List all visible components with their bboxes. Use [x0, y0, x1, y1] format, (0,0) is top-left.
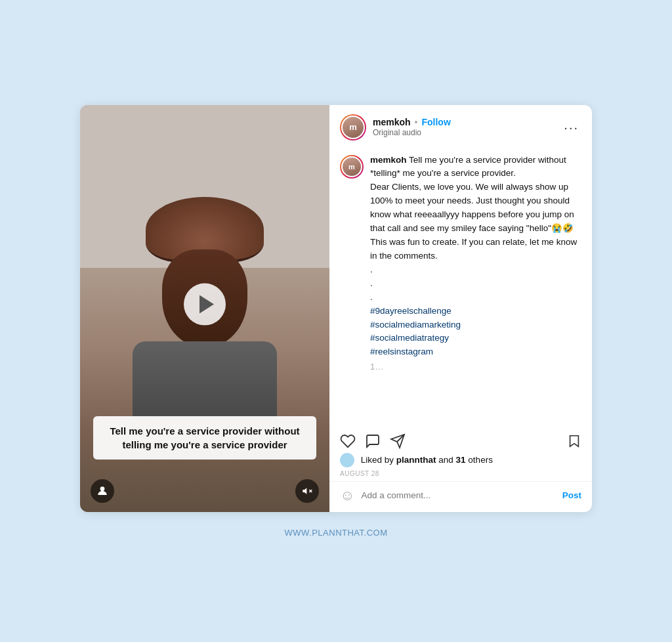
emoji-picker-button[interactable]: ☺ [340, 487, 354, 504]
username[interactable]: memkoh [373, 117, 411, 127]
user-icon-button[interactable] [91, 479, 114, 503]
caption-body-text: memkoh Tell me you're a service provider… [370, 154, 581, 360]
liker-avatar [340, 453, 354, 467]
user-icon [97, 486, 108, 496]
comment-icon [365, 433, 381, 449]
follow-button[interactable]: Follow [421, 117, 450, 127]
instagram-post-card: Tell me you're a service provider withou… [80, 105, 592, 512]
avatar-gradient-ring[interactable]: m [340, 114, 366, 140]
post-header: m memkoh • Follow Original audio ··· [329, 105, 592, 147]
info-panel: m memkoh • Follow Original audio ··· m m… [329, 105, 592, 512]
caption-avatar: m [341, 156, 362, 177]
video-controls-bar [80, 479, 329, 503]
person-body [133, 341, 277, 420]
video-caption-overlay: Tell me you're a service provider withou… [93, 416, 316, 460]
action-row [329, 428, 592, 452]
save-button[interactable] [567, 433, 581, 449]
post-comment-button[interactable]: Post [562, 490, 581, 500]
hashtag-1[interactable]: #9dayreelschallenge [370, 306, 452, 316]
sub-label: Original audio [373, 128, 561, 137]
post-date: AUGUST 28 [329, 469, 592, 481]
caption-avatar-ring[interactable]: m [340, 155, 364, 179]
post-content-area: m memkoh Tell me you're a service provid… [329, 147, 592, 428]
caption-row: m memkoh Tell me you're a service provid… [340, 154, 581, 360]
liker-name[interactable]: plannthat [396, 454, 436, 464]
mute-button[interactable] [295, 479, 319, 503]
add-comment-input[interactable] [361, 490, 555, 500]
save-icon [567, 433, 581, 449]
avatar: m [341, 116, 365, 139]
hashtag-4[interactable]: #reelsinstagram [370, 347, 433, 356]
caption-username[interactable]: memkoh [370, 155, 407, 165]
video-caption-text: Tell me you're a service provider withou… [110, 425, 299, 450]
header-info: memkoh • Follow Original audio [366, 117, 561, 137]
username-row: memkoh • Follow [373, 117, 561, 127]
play-triangle-icon [200, 295, 214, 313]
dot-separator: • [415, 117, 418, 127]
hashtag-2[interactable]: #socialmediamarketing [370, 320, 461, 330]
mute-icon [302, 486, 312, 496]
likes-count: 31 [456, 454, 466, 464]
likes-row: Liked by plannthat and 31 others [329, 452, 592, 469]
add-comment-row: ☺ Post [329, 481, 592, 512]
share-button[interactable] [390, 433, 406, 449]
like-icon [340, 433, 356, 449]
play-button[interactable] [184, 283, 226, 325]
like-button[interactable] [340, 433, 356, 449]
more-comments[interactable]: 1… [340, 359, 581, 373]
comment-button[interactable] [365, 433, 381, 449]
share-icon [390, 433, 406, 449]
video-panel: Tell me you're a service provider withou… [80, 105, 329, 512]
svg-marker-5 [570, 435, 579, 446]
hashtag-3[interactable]: #socialmediatrategy [370, 333, 449, 343]
footer-url: WWW.PLANNTHAT.COM [284, 528, 387, 538]
svg-point-0 [100, 486, 105, 491]
more-options-button[interactable]: ··· [561, 121, 581, 134]
